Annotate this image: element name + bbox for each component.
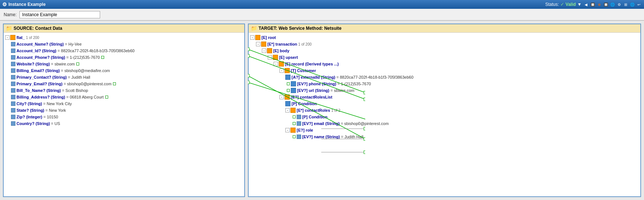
expand-root[interactable]: - bbox=[5, 35, 10, 40]
tree-row-body: - [E] body bbox=[249, 47, 640, 54]
blue-icon bbox=[11, 42, 15, 46]
orange-box-icon bbox=[290, 108, 296, 113]
connector-dot-website[interactable] bbox=[76, 63, 79, 65]
blue-icon bbox=[11, 108, 15, 113]
expand-customer[interactable]: - bbox=[279, 68, 284, 73]
blue-small-icon bbox=[297, 115, 301, 119]
connector-dot-phone[interactable] bbox=[101, 56, 104, 59]
folder-icon: 📁 bbox=[6, 25, 12, 31]
blue-box-icon bbox=[285, 101, 290, 106]
tree-row-url: [EV?] url (String) = sbwire.com bbox=[249, 87, 640, 94]
list-item: Account_Name? (String) = Hy-Vee bbox=[4, 41, 244, 47]
blue-icon bbox=[11, 49, 15, 53]
list-item-billing: Billing_Address? (String) = 06818 Aberg … bbox=[4, 94, 244, 100]
toolbar-add-icon[interactable]: ⊕ bbox=[596, 1, 602, 7]
tree-row-upsert: - [E] upsert bbox=[249, 54, 640, 61]
expand-root-r[interactable]: - bbox=[250, 35, 255, 40]
app-icon: ⚙ bbox=[2, 1, 7, 7]
tree-row-transaction: - [E*] transaction 1 of 200 bbox=[249, 41, 640, 47]
toolbar-icon-9[interactable]: ↩ bbox=[636, 1, 642, 7]
expand-role[interactable]: - bbox=[285, 128, 290, 132]
expand-contactroles[interactable]: - bbox=[285, 108, 290, 113]
blue-icon bbox=[11, 55, 15, 60]
left-panel-title: SOURCE: Contact Data bbox=[14, 26, 62, 31]
connector-dot-billing[interactable] bbox=[105, 96, 108, 99]
blue-icon bbox=[11, 75, 15, 79]
list-item: Country? (String) = US bbox=[4, 120, 244, 127]
orange-box-icon bbox=[273, 55, 278, 60]
tree-row-phone: [EV?] phone (String) = 1-(212)535-7670 bbox=[249, 81, 640, 87]
orange-box-icon bbox=[267, 48, 272, 53]
blue-icon bbox=[11, 121, 15, 126]
connector-dot-email[interactable] bbox=[113, 82, 116, 85]
orange-box-icon bbox=[290, 128, 296, 133]
blue-icon bbox=[11, 82, 15, 86]
dropdown-arrow[interactable]: ▼ bbox=[577, 2, 582, 7]
list-item: Bill_To_Name? (String) = Scott Bishop bbox=[4, 87, 244, 94]
folder-icon-right: 📁 bbox=[251, 25, 257, 31]
toolbar-icon-7[interactable]: ⊞ bbox=[623, 1, 629, 7]
expand-contactroleslist[interactable]: - bbox=[279, 95, 284, 99]
left-panel-header: 📁 SOURCE: Contact Data bbox=[4, 24, 244, 33]
toolbar-icon-5[interactable]: 🌐 bbox=[610, 1, 615, 7]
orange-box-icon bbox=[279, 61, 284, 67]
toolbar-icon-6[interactable]: ⚙ bbox=[616, 1, 622, 7]
connector-dot-tgt-condition2[interactable] bbox=[293, 115, 296, 118]
tree-row-record: - [E] record (Derived types ...) bbox=[249, 61, 640, 67]
expand-record[interactable]: - bbox=[274, 62, 278, 66]
tree-row-externalid: [A?] externalId (String) = 8820ca77-202f… bbox=[249, 74, 640, 81]
connector-dot-tgt-phone[interactable] bbox=[287, 82, 290, 85]
orange-box-icon bbox=[10, 35, 15, 40]
toolbar-icon-4[interactable]: 🔲 bbox=[603, 1, 609, 7]
blue-box-icon bbox=[291, 81, 296, 86]
title-right-section: Status: ✓ Valid ▼ ◀ 🔲 ⊕ 🔲 🌐 ⚙ ⊞ 🌐 ↩ bbox=[545, 1, 642, 7]
orange-box-icon bbox=[285, 94, 290, 100]
connector-dot-tgt-url[interactable] bbox=[287, 89, 290, 92]
left-tree-content: - flat_ 1 of 200 Account_Name? (String) … bbox=[4, 33, 244, 196]
list-item: City? (String) = New York City bbox=[4, 100, 244, 107]
root-label: flat_ bbox=[17, 35, 25, 40]
list-item-email: Primary_Email? (String) = sbishop0@pinte… bbox=[4, 81, 244, 87]
expand-body[interactable]: - bbox=[262, 49, 266, 53]
blue-icon bbox=[11, 95, 15, 99]
status-label: Status: bbox=[545, 2, 559, 7]
tree-row-contactroleslist: - [E?] contactRolesList bbox=[249, 94, 640, 100]
tree-row-name: [EV?] name (String) = Judith Hall bbox=[249, 133, 640, 140]
toolbar-icons: ◀ 🔲 ⊕ 🔲 🌐 ⚙ ⊞ 🌐 ↩ bbox=[583, 1, 642, 7]
tree-row-root: - flat_ 1 of 200 bbox=[4, 34, 244, 41]
status-icon: ✓ bbox=[560, 2, 564, 7]
title-section: ⚙ Instance Example bbox=[2, 1, 45, 7]
tree-row-role: - [E?] role bbox=[249, 127, 640, 133]
connector-dot-tgt-email[interactable] bbox=[293, 122, 296, 125]
list-item: Primary_Contact? (String) = Judith Hall bbox=[4, 74, 244, 81]
expand-transaction[interactable]: - bbox=[256, 42, 260, 46]
blue-icon bbox=[11, 101, 15, 106]
list-item-website: Website? (String) = sbwire.com bbox=[4, 61, 244, 67]
right-panel-title: TARGET: Web Service Method: Netsuite bbox=[259, 26, 341, 31]
list-item-phone: Account_Phone? (String) = 1-(212)535-767… bbox=[4, 54, 244, 61]
status-value: Valid bbox=[566, 2, 576, 7]
name-label: Name: bbox=[4, 12, 17, 17]
status-section: Status: ✓ Valid ▼ bbox=[545, 2, 582, 7]
titlebar: ⚙ Instance Example Status: ✓ Valid ▼ ◀ 🔲… bbox=[0, 0, 644, 9]
connector-dot-tgt-name[interactable] bbox=[293, 135, 296, 138]
blue-box-icon bbox=[291, 88, 296, 93]
toolbar-icon-2[interactable]: 🔲 bbox=[590, 1, 596, 7]
blue-small-icon bbox=[297, 121, 301, 126]
right-tree-content: - [E] root - [E*] transaction 1 of 200 -… bbox=[249, 33, 640, 196]
orange-box-icon bbox=[261, 42, 266, 47]
tree-row-customer: - [T] Customer bbox=[249, 67, 640, 74]
root-badge: 1 of 200 bbox=[26, 36, 39, 40]
orange-box-icon bbox=[285, 68, 290, 73]
toolbar-icon-8[interactable]: 🌐 bbox=[629, 1, 635, 7]
right-panel: 📁 TARGET: Web Service Method: Netsuite -… bbox=[248, 24, 641, 197]
blue-icon bbox=[11, 88, 15, 93]
expand-upsert[interactable]: - bbox=[268, 55, 272, 60]
list-item: Zip? (Integer) = 10150 bbox=[4, 114, 244, 120]
right-panel-header: 📁 TARGET: Web Service Method: Netsuite bbox=[249, 24, 640, 33]
name-input[interactable] bbox=[19, 11, 100, 18]
toolbar-back-icon[interactable]: ◀ bbox=[583, 1, 589, 7]
tree-row-root: - [E] root bbox=[249, 34, 640, 41]
app-title: Instance Example bbox=[8, 2, 45, 7]
list-item: State? (String) = New York bbox=[4, 107, 244, 114]
